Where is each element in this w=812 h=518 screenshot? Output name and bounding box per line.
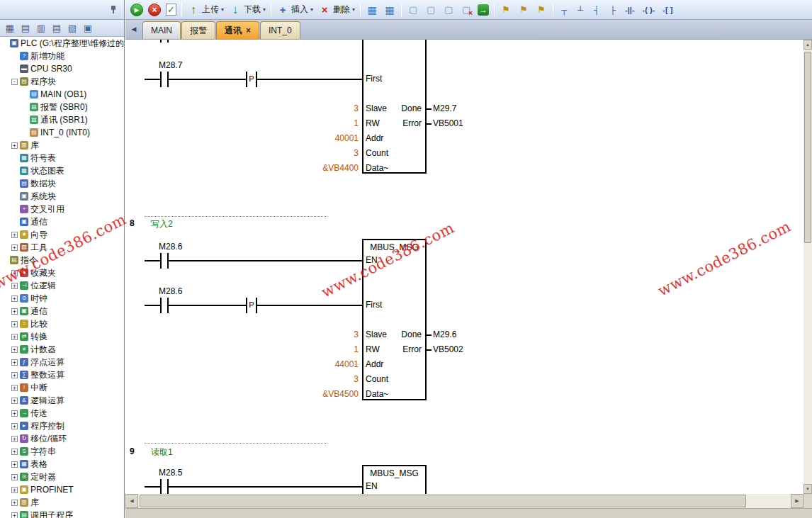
tree-item-9[interactable]: ▦符号表 (0, 152, 124, 164)
tree-item-11[interactable]: ▤数据块 (0, 177, 124, 190)
tree-item-29[interactable]: +→传送 (0, 407, 124, 420)
run-button[interactable]: ▶ (128, 2, 145, 18)
view-status-button[interactable]: ▥ (34, 21, 48, 35)
tab-main[interactable]: MAIN (142, 21, 181, 39)
tree-expander[interactable]: + (11, 487, 18, 493)
tree-item-21[interactable]: +▣通信 (0, 305, 124, 317)
contact-operand[interactable]: M28.5 (159, 468, 182, 478)
tree-expander[interactable]: + (11, 232, 18, 238)
tree-item-31[interactable]: +↻移位/循环 (0, 432, 124, 445)
tree-expander[interactable]: + (11, 398, 18, 404)
tree-expander[interactable]: + (11, 474, 18, 480)
ladder-box-button[interactable]: -[ ] (659, 2, 676, 18)
tree-item-30[interactable]: +▸程序控制 (0, 420, 124, 432)
ladder-vline-up-button[interactable]: ┴ (573, 2, 588, 18)
contact-operand[interactable]: M28.7 (159, 60, 182, 70)
tree-item-17[interactable]: ▤指令 (0, 254, 124, 266)
delete-button[interactable]: ×删除▾ (316, 2, 357, 18)
tree-item-27[interactable]: +!中断 (0, 381, 124, 394)
tree-expander[interactable]: + (11, 385, 18, 391)
goto-button[interactable]: → (475, 3, 491, 17)
ladder-contact-button[interactable]: -||- (621, 2, 638, 18)
tree-item-19[interactable]: +⊣位逻辑 (0, 279, 124, 292)
tree-item-26[interactable]: +∑整数运算 (0, 368, 124, 381)
tree-item-3[interactable]: -▤程序块 (0, 75, 124, 88)
insert-network-button[interactable]: ▦ (363, 2, 380, 18)
ladder-coil-button[interactable]: -( )- (639, 2, 659, 18)
tree-item-33[interactable]: +▦表格 (0, 458, 124, 471)
contact[interactable] (160, 72, 169, 87)
tree-expander[interactable]: + (11, 423, 18, 429)
download-button-dropdown[interactable]: ▾ (263, 6, 266, 13)
tree-expander[interactable]: + (11, 461, 18, 468)
stop-button[interactable]: × (146, 2, 163, 18)
ladder-hline-right-button[interactable]: ├ (605, 2, 621, 18)
scroll-left-button[interactable]: ◀ (125, 494, 138, 508)
tree-item-6[interactable]: ▤通讯 (SBR1) (0, 113, 124, 126)
tree-expander[interactable]: + (11, 244, 18, 251)
tree-item-28[interactable]: +&逻辑运算 (0, 394, 124, 407)
tree-item-24[interactable]: +#计数器 (0, 343, 124, 356)
delete-button-dropdown[interactable]: ▾ (352, 6, 355, 13)
ladder-vline-down-button[interactable]: ┬ (556, 2, 572, 18)
tree-item-16[interactable]: +▧工具 (0, 241, 124, 254)
tree-item-34[interactable]: +⊙定时器 (0, 471, 124, 483)
download-button[interactable]: ↓下载▾ (227, 2, 268, 18)
input-operand[interactable]: 3 (293, 103, 359, 113)
tree-item-18[interactable]: +★收藏夹 (0, 266, 124, 279)
contact[interactable] (160, 479, 169, 494)
tree-expander[interactable]: - (11, 79, 18, 85)
tree-expander[interactable]: + (11, 359, 18, 366)
tree-expander[interactable]: + (11, 334, 18, 340)
input-operand[interactable]: 1 (293, 344, 359, 354)
output-operand[interactable]: M29.6 (433, 330, 456, 339)
contact-operand[interactable]: M28.6 (159, 286, 182, 296)
ladder-editor[interactable]: FirstSlave3RW1Addr40001Count3Data~&VB440… (125, 40, 803, 494)
tree-item-25[interactable]: +ƒ浮点运算 (0, 356, 124, 368)
output-operand[interactable]: M29.7 (433, 103, 456, 113)
insert-button-dropdown[interactable]: ▾ (310, 6, 313, 13)
tab-int0[interactable]: INT_0 (260, 21, 300, 39)
tree-expander[interactable]: + (11, 308, 18, 315)
tree-item-7[interactable]: ▤INT_0 (INT0) (0, 126, 124, 139)
vertical-scroll-thumb[interactable] (804, 52, 811, 243)
bookmark-prev-button[interactable]: ⚑ (533, 2, 550, 18)
input-operand[interactable]: &VB4500 (293, 389, 359, 399)
output-operand[interactable]: VB5002 (433, 344, 463, 354)
scroll-right-button[interactable]: ▶ (791, 494, 803, 508)
tree-expander[interactable]: + (11, 295, 18, 302)
pou-page-button-2[interactable]: ▢ (422, 2, 439, 18)
tree-expander[interactable]: + (11, 283, 18, 289)
view-project-button[interactable]: ▦ (3, 21, 17, 35)
tab-close-button[interactable]: × (246, 26, 251, 35)
input-operand[interactable]: 44001 (293, 359, 359, 369)
tree-item-0[interactable]: ▣PLC (G:\程序整理\维修过的设 (0, 37, 124, 50)
tree-item-14[interactable]: ▣通信 (0, 215, 124, 228)
upload-button[interactable]: ↑上传▾ (185, 2, 226, 18)
tree-expander[interactable]: + (11, 436, 18, 442)
vertical-scroll-track[interactable] (803, 50, 812, 484)
contact[interactable] (160, 40, 169, 43)
tree-expander[interactable]: + (11, 347, 18, 353)
delete-network-button[interactable]: ▦ (381, 2, 398, 18)
tree-item-36[interactable]: +▥库 (0, 496, 124, 509)
input-operand[interactable]: 3 (293, 148, 359, 158)
tree-item-20[interactable]: +⊙时钟 (0, 292, 124, 305)
input-operand[interactable]: 3 (293, 374, 359, 384)
tree-item-13[interactable]: +交叉引用 (0, 203, 124, 215)
tree-item-23[interactable]: +⇄转换 (0, 330, 124, 343)
compile-button[interactable]: ✓ (164, 2, 179, 17)
bookmark-toggle-button[interactable]: ⚑ (497, 2, 514, 18)
tree-expander[interactable]: + (11, 512, 18, 518)
bookmark-next-button[interactable]: ⚑ (515, 2, 532, 18)
tree-item-5[interactable]: ▤报警 (SBR0) (0, 101, 124, 113)
pou-delete-button[interactable]: ▢ (458, 2, 475, 18)
view-cross-ref-button[interactable]: ▧ (65, 21, 79, 35)
scroll-down-button[interactable]: ▼ (803, 484, 812, 494)
tree-item-35[interactable]: +▣PROFINET (0, 483, 124, 496)
tree-item-32[interactable]: +S字符串 (0, 445, 124, 458)
tree-item-10[interactable]: ▦状态图表 (0, 164, 124, 177)
view-data-button[interactable]: ▤ (50, 21, 64, 35)
output-operand[interactable]: VB5001 (433, 118, 463, 128)
insert-button[interactable]: +插入▾ (274, 2, 315, 18)
